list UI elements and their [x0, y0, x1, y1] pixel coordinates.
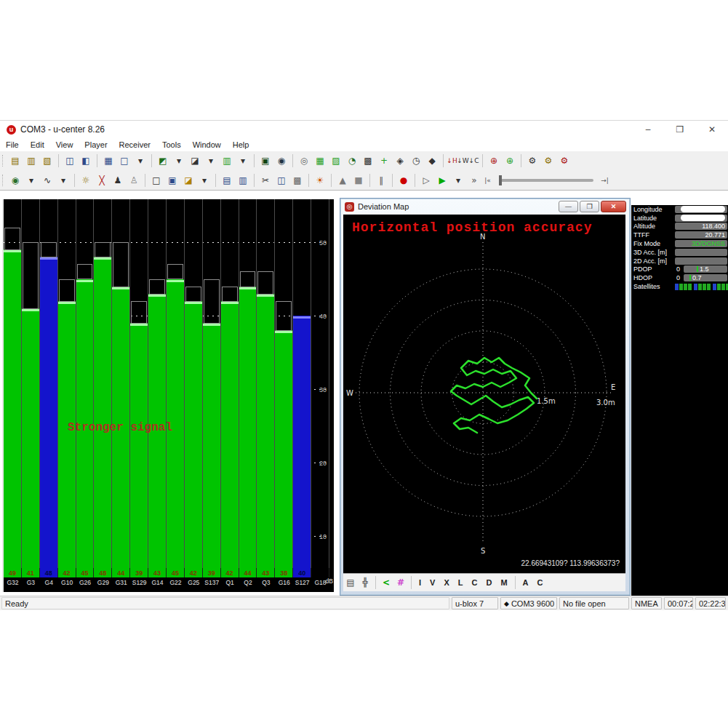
- open-file-icon[interactable]: ◪: [181, 174, 196, 187]
- binary-console-icon[interactable]: ▤: [8, 154, 23, 167]
- menu-item-help[interactable]: Help: [227, 140, 255, 149]
- skip-to-end-icon[interactable]: →|: [600, 174, 609, 187]
- data-value-cell: [675, 257, 727, 265]
- menu-item-view[interactable]: View: [50, 140, 79, 149]
- messages-view-icon[interactable]: ◫: [63, 154, 77, 167]
- save-file-icon[interactable]: ▣: [165, 174, 180, 187]
- zoom-scale-button-l[interactable]: L: [454, 578, 468, 587]
- menu-item-edit[interactable]: Edit: [25, 140, 50, 149]
- speed-meter-icon[interactable]: ↓W: [458, 154, 468, 167]
- zoom-scale-button-v[interactable]: V: [425, 578, 439, 587]
- database-icon[interactable]: ☀: [313, 174, 327, 187]
- course-meter-icon[interactable]: ↓C: [469, 154, 479, 167]
- peak-outline-G16: [276, 301, 292, 331]
- hotkeys-gear-icon[interactable]: ⚙: [525, 154, 540, 167]
- axis-tick-20: 20: [311, 460, 327, 467]
- deviation-map-icon[interactable]: ◎: [297, 154, 311, 167]
- chart-view-icon[interactable]: ◩: [156, 154, 170, 167]
- devmap-close-button[interactable]: ✕: [601, 201, 626, 212]
- satellite-segment: [717, 284, 721, 290]
- map-view-icon[interactable]: ▨: [329, 154, 343, 167]
- player-slider-thumb[interactable]: [499, 175, 502, 185]
- zoom-scale-button-c[interactable]: C: [467, 578, 481, 587]
- grid-view-icon[interactable]: ▩: [361, 154, 375, 167]
- restore-button[interactable]: ❒: [664, 121, 696, 137]
- follow-dropdown[interactable]: ▾: [24, 174, 39, 187]
- deviation-map-title-bar[interactable]: ◎ Deviation Map — ❒ ✕: [340, 199, 630, 215]
- clock-view-icon[interactable]: ◷: [409, 154, 423, 167]
- nmea-stream-icon[interactable]: ∿: [40, 174, 55, 187]
- stop-icon[interactable]: ■: [351, 174, 366, 187]
- compass-view-icon[interactable]: ◈: [393, 154, 407, 167]
- chart-view-dropdown[interactable]: ▾: [172, 154, 186, 167]
- docking-bars-dropdown[interactable]: ▾: [236, 154, 250, 167]
- settings-gear-icon[interactable]: ⚙: [557, 154, 572, 167]
- histogram-view-icon[interactable]: ◪: [188, 154, 202, 167]
- static-hold-icon[interactable]: ♟: [111, 174, 125, 187]
- zoom-scale-button-x[interactable]: X: [439, 578, 453, 587]
- add-view-icon[interactable]: +: [377, 154, 391, 167]
- map-grid-icon[interactable]: #: [394, 576, 407, 589]
- map-mode-button-a[interactable]: A: [519, 578, 533, 587]
- eject-icon[interactable]: ▲: [335, 174, 350, 187]
- zoom-scale-button-i[interactable]: I: [415, 578, 425, 587]
- table-view-dropdown[interactable]: ▾: [133, 154, 148, 167]
- satellite-add-icon[interactable]: ⊕: [487, 154, 501, 167]
- menu-item-window[interactable]: Window: [187, 140, 227, 149]
- follow-position-icon[interactable]: ◉: [8, 174, 23, 187]
- print-preview-icon[interactable]: ▥: [236, 174, 250, 187]
- packet-console-icon[interactable]: ▧: [40, 154, 55, 167]
- route-view-icon[interactable]: ◆: [425, 154, 439, 167]
- print-icon[interactable]: ▤: [220, 174, 234, 187]
- altitude-meter-icon[interactable]: ↓H: [447, 154, 457, 167]
- world-map-icon[interactable]: ◔: [345, 154, 359, 167]
- sky-view-icon[interactable]: ◉: [274, 154, 289, 167]
- autobauding-icon[interactable]: ☼: [79, 174, 93, 187]
- cut-icon[interactable]: ✂: [258, 174, 273, 187]
- pause-icon[interactable]: ∥: [374, 174, 388, 187]
- peak-outline-Q1: [222, 287, 238, 302]
- map-print-icon[interactable]: ▤: [344, 576, 357, 589]
- record-icon[interactable]: ●: [396, 174, 411, 187]
- statistic-view-icon[interactable]: ▦: [101, 154, 116, 167]
- close-button[interactable]: ✕: [696, 121, 728, 137]
- minimize-button[interactable]: –: [632, 121, 664, 137]
- satellite-level-icon[interactable]: ▦: [313, 154, 327, 167]
- menu-item-player[interactable]: Player: [79, 140, 113, 149]
- satellite-remove-icon[interactable]: ⊕: [503, 154, 517, 167]
- sleep-mode-icon[interactable]: ♙: [127, 174, 141, 187]
- menu-item-tools[interactable]: Tools: [156, 140, 187, 149]
- text-console-icon[interactable]: ▥: [24, 154, 39, 167]
- step-icon[interactable]: ▷: [419, 174, 433, 187]
- fast-forward-icon[interactable]: »: [467, 174, 481, 187]
- paste-icon[interactable]: ▩: [290, 174, 305, 187]
- map-move-icon[interactable]: ╬: [359, 576, 372, 589]
- new-file-icon[interactable]: □: [149, 174, 164, 187]
- docking-bars-icon[interactable]: ▥: [220, 154, 234, 167]
- play-icon[interactable]: ▶: [435, 174, 449, 187]
- table-view-icon[interactable]: □: [117, 154, 132, 167]
- play-dropdown[interactable]: ▾: [451, 174, 465, 187]
- satellite-label-S137: S137: [203, 577, 221, 588]
- histogram-view-dropdown[interactable]: ▾: [204, 154, 218, 167]
- map-mode-button-c[interactable]: C: [533, 578, 548, 587]
- menu-item-receiver[interactable]: Receiver: [113, 140, 156, 149]
- zoom-scale-button-m[interactable]: M: [496, 578, 511, 587]
- devmap-minimize-button[interactable]: —: [559, 201, 578, 212]
- open-file-dropdown[interactable]: ▾: [197, 174, 212, 187]
- camera-view-icon[interactable]: ▣: [258, 154, 273, 167]
- menu-item-file[interactable]: File: [0, 140, 25, 149]
- skip-to-start-icon[interactable]: |«: [483, 174, 492, 187]
- firmware-gear-icon[interactable]: ⚙: [541, 154, 556, 167]
- clear-messages-icon[interactable]: ╳: [95, 174, 109, 187]
- data-label: 3D Acc. [m]: [631, 249, 675, 256]
- configuration-view-icon[interactable]: ◧: [79, 154, 93, 167]
- copy-icon[interactable]: ◫: [274, 174, 289, 187]
- satellite-segment: [707, 284, 711, 290]
- nmea-dropdown[interactable]: ▾: [56, 174, 71, 187]
- ring-label-1-5m: 1.5m: [537, 397, 556, 405]
- map-zoom-fit-icon[interactable]: <: [380, 576, 393, 589]
- devmap-maximize-button[interactable]: ❒: [580, 201, 599, 212]
- player-slider[interactable]: [499, 179, 593, 182]
- zoom-scale-button-d[interactable]: D: [481, 578, 496, 587]
